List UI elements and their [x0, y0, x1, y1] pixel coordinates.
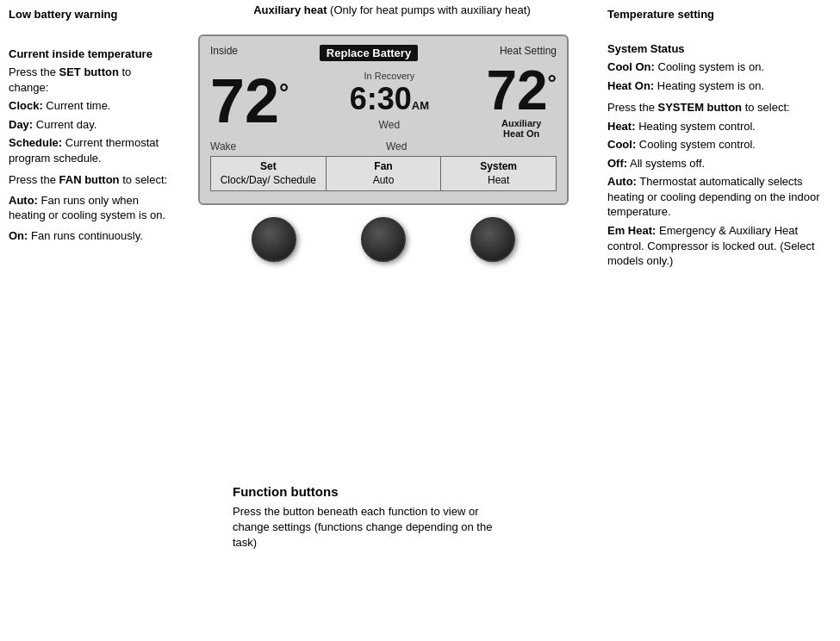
function-row: Set Clock/Day/ Schedule Fan Auto System …	[210, 156, 557, 191]
set-function-box[interactable]: Set Clock/Day/ Schedule	[210, 156, 326, 191]
right-panel: Temperature setting System Status Cool O…	[599, 0, 840, 279]
set-func-sub: Clock/Day/ Schedule	[216, 174, 320, 188]
schedule-desc: Schedule: Current thermostat program sch…	[9, 136, 159, 165]
physical-button-3[interactable]	[470, 217, 515, 262]
auto-fan-desc: Auto: Fan runs only when heating or cool…	[9, 194, 165, 222]
function-buttons-desc: Press the button beneath each function t…	[233, 504, 508, 551]
system-status-title: System Status	[607, 42, 685, 55]
fan-function-box[interactable]: Fan Auto	[326, 156, 441, 191]
left-panel: Low battery warning Current inside tempe…	[0, 0, 181, 254]
temp-setting-title: Temperature setting	[607, 8, 714, 21]
clock-desc: Clock: Current time.	[9, 99, 110, 112]
replace-battery-banner: Replace Battery	[320, 45, 418, 61]
fan-button-desc: Press the FAN button to select:	[9, 173, 167, 186]
function-buttons-title: Function buttons	[233, 482, 508, 501]
fan-func-sub: Auto	[332, 174, 436, 188]
inside-temp-value: 72°	[210, 66, 289, 135]
fan-func-title: Fan	[332, 160, 436, 174]
system-button-press: Press the SYSTEM button to select:	[607, 101, 790, 114]
thermostat-center: In Recovery 6:30AM Wed	[292, 71, 486, 131]
schedule-day: Wed	[292, 119, 486, 131]
set-button-desc: Press the SET button to change:	[9, 65, 131, 94]
inside-temp-display: 72°	[210, 70, 292, 132]
thermostat-display: Inside Replace Battery Heat Setting 72° …	[181, 34, 586, 262]
on-fan-desc: On: Fan runs continuously.	[9, 229, 143, 242]
heat-setting-label: Heat Setting	[500, 45, 557, 57]
inside-label: Inside	[210, 45, 238, 57]
low-battery-title: Low battery warning	[9, 8, 117, 21]
physical-button-1[interactable]	[252, 217, 296, 262]
in-recovery-label: In Recovery	[292, 71, 486, 81]
heat-setting-display: 72° AuxiliaryHeat On	[486, 63, 557, 139]
system-function-box[interactable]: System Heat	[440, 156, 557, 191]
function-buttons-description: Function buttons Press the button beneat…	[233, 482, 508, 551]
set-func-title: Set	[216, 160, 320, 174]
heat-setting-value: 72°	[486, 63, 557, 118]
system-func-sub: Heat	[446, 174, 551, 188]
physical-button-2[interactable]	[361, 217, 406, 262]
day-desc: Day: Current day.	[9, 118, 96, 131]
system-func-title: System	[446, 160, 551, 174]
wed-label: Wed	[386, 140, 407, 152]
current-inside-title: Current inside temperature	[9, 47, 152, 60]
time-display: 6:30AM	[292, 81, 486, 117]
physical-buttons-row	[220, 217, 547, 262]
wake-label: Wake	[210, 140, 236, 152]
thermostat-body: Inside Replace Battery Heat Setting 72° …	[198, 34, 569, 205]
thermostat-schedule-row: Wake Wed	[210, 140, 557, 152]
auxiliary-heat-note: Auxiliary heat (Only for heat pumps with…	[241, 3, 543, 16]
thermostat-main-row: 72° In Recovery 6:30AM Wed 72° Auxiliary…	[210, 63, 557, 139]
